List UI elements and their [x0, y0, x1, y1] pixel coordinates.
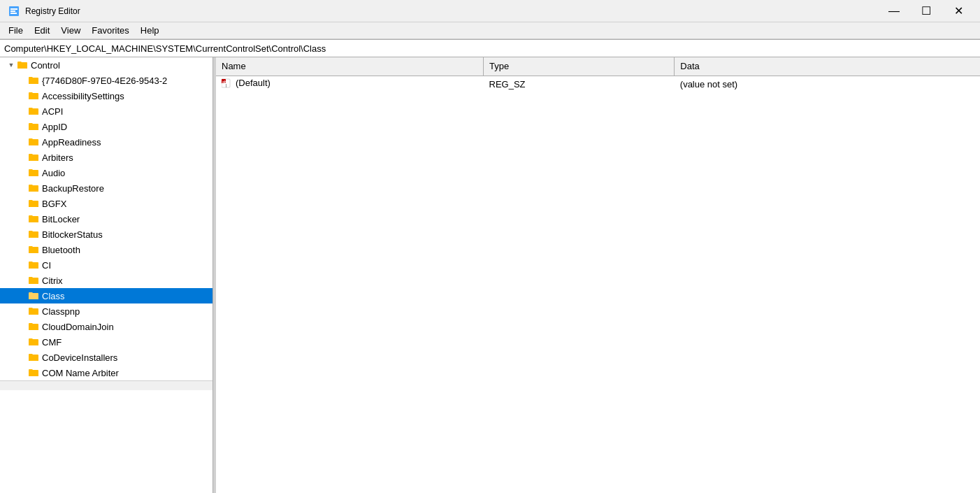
folder-icon	[28, 106, 39, 117]
tree-item-appreadiness[interactable]: AppReadiness	[0, 134, 212, 150]
tree-item-label: COM Name Arbiter	[42, 368, 119, 378]
address-bar[interactable]: Computer\HKEY_LOCAL_MACHINE\SYSTEM\Curre…	[0, 39, 980, 57]
tree-item-label: CMF	[42, 337, 62, 348]
menu-item-file[interactable]: File	[3, 22, 29, 38]
tree-item-accessibility[interactable]: AccessibilitySettings	[0, 88, 212, 103]
folder-icon	[17, 59, 28, 71]
svg-rect-3	[10, 13, 17, 14]
table-row[interactable]: ab | (Default) REG_SZ(value not set)	[216, 76, 980, 92]
close-button[interactable]: ✕	[942, 0, 974, 22]
tree-item-label: ACPI	[42, 106, 63, 117]
window-title: Registry Editor	[25, 6, 80, 16]
tree-horizontal-scrollbar[interactable]	[0, 380, 212, 390]
svg-rect-2	[10, 10, 15, 12]
tree-item-label: AccessibilitySettings	[42, 91, 124, 101]
tree-item-classpnp[interactable]: Classpnp	[0, 303, 212, 319]
folder-icon	[28, 75, 39, 86]
menu-bar: FileEditViewFavoritesHelp	[0, 22, 980, 39]
tree-item-label: CI	[42, 260, 51, 271]
tree-item-control[interactable]: ▼ Control	[0, 57, 212, 73]
tree-item-ci[interactable]: CI	[0, 257, 212, 273]
tree-item-guid[interactable]: {7746D80F-97E0-4E26-9543-2	[0, 73, 212, 88]
tree-item-arbiters[interactable]: Arbiters	[0, 150, 212, 165]
tree-item-acpi[interactable]: ACPI	[0, 103, 212, 119]
folder-icon	[28, 136, 39, 148]
folder-icon	[28, 275, 39, 286]
value-type: REG_SZ	[484, 76, 675, 92]
folder-icon	[28, 229, 39, 240]
tree-item-bitlockerstatus[interactable]: BitlockerStatus	[0, 227, 212, 242]
folder-icon	[28, 321, 39, 332]
tree-item-citrix[interactable]: Citrix	[0, 273, 212, 288]
tree-item-label: {7746D80F-97E0-4E26-9543-2	[42, 76, 167, 86]
tree-item-comname[interactable]: COM Name Arbiter	[0, 365, 212, 380]
col-type[interactable]: Type	[484, 57, 675, 76]
folder-icon	[28, 167, 39, 178]
tree-item-label: BackupRestore	[42, 183, 104, 194]
tree-item-label: BitlockerStatus	[42, 229, 103, 240]
menu-item-view[interactable]: View	[55, 22, 86, 38]
menu-item-help[interactable]: Help	[135, 22, 165, 38]
folder-icon	[28, 244, 39, 255]
tree-item-label: CoDeviceInstallers	[42, 352, 117, 363]
reg-sz-icon: ab | (Default)	[222, 78, 271, 89]
tree-item-codeviceinstallers[interactable]: CoDeviceInstallers	[0, 350, 212, 365]
folder-icon	[28, 213, 39, 224]
folder-icon	[28, 290, 39, 301]
values-panel: Name Type Data ab | (Default) REG_SZ(val…	[216, 57, 980, 493]
tree-item-bluetooth[interactable]: Bluetooth	[0, 242, 212, 257]
tree-item-label: Arbiters	[42, 152, 73, 163]
tree-item-label: CloudDomainJoin	[42, 322, 114, 332]
tree-item-label: Citrix	[42, 276, 63, 286]
tree-item-backuprestore[interactable]: BackupRestore	[0, 180, 212, 196]
title-bar: Registry Editor — ☐ ✕	[0, 0, 980, 22]
col-name[interactable]: Name	[216, 57, 484, 76]
folder-icon	[28, 183, 39, 194]
folder-icon	[28, 306, 39, 317]
maximize-button[interactable]: ☐	[910, 0, 942, 22]
value-data: (value not set)	[675, 76, 980, 92]
tree-item-label: Class	[42, 291, 65, 301]
tree-item-label: Bluetooth	[42, 245, 80, 255]
tree-item-label: Control	[31, 60, 60, 71]
folder-icon	[28, 152, 39, 163]
window-controls: — ☐ ✕	[878, 0, 974, 22]
tree-item-appid[interactable]: AppID	[0, 119, 212, 134]
tree-item-class[interactable]: Class	[0, 288, 212, 303]
tree-item-clouddomainjoin[interactable]: CloudDomainJoin	[0, 319, 212, 334]
tree-arrow-icon: ▼	[6, 59, 17, 71]
tree-item-cmf[interactable]: CMF	[0, 334, 212, 350]
tree-item-label: Classpnp	[42, 306, 80, 317]
values-table: Name Type Data ab | (Default) REG_SZ(val…	[216, 57, 980, 92]
tree-item-label: Audio	[42, 168, 65, 178]
main-container: ▼ Control {7746D80F-97E0-4E26-9543-2 Acc…	[0, 57, 980, 493]
title-bar-left: Registry Editor	[8, 6, 80, 17]
tree-item-label: BitLocker	[42, 214, 80, 224]
svg-rect-1	[10, 8, 17, 10]
folder-icon	[28, 352, 39, 363]
folder-icon	[28, 121, 39, 132]
minimize-button[interactable]: —	[878, 0, 910, 22]
value-name: ab | (Default)	[216, 76, 484, 92]
tree-item-label: AppReadiness	[42, 137, 101, 148]
folder-icon	[28, 90, 39, 101]
col-data[interactable]: Data	[675, 57, 980, 76]
tree-panel[interactable]: ▼ Control {7746D80F-97E0-4E26-9543-2 Acc…	[0, 57, 213, 493]
menu-item-edit[interactable]: Edit	[29, 22, 55, 38]
folder-icon	[28, 259, 39, 271]
app-icon	[8, 6, 20, 17]
folder-icon	[28, 198, 39, 209]
tree-item-bitlocker[interactable]: BitLocker	[0, 211, 212, 227]
tree-item-label: AppID	[42, 122, 67, 132]
tree-item-audio[interactable]: Audio	[0, 165, 212, 180]
tree-item-label: BGFX	[42, 199, 66, 209]
menu-item-favorites[interactable]: Favorites	[86, 22, 134, 38]
address-path: Computer\HKEY_LOCAL_MACHINE\SYSTEM\Curre…	[4, 43, 326, 54]
tree-item-bgfx[interactable]: BGFX	[0, 196, 212, 211]
table-header-row: Name Type Data	[216, 57, 980, 76]
folder-icon	[28, 367, 39, 378]
folder-icon	[28, 336, 39, 348]
